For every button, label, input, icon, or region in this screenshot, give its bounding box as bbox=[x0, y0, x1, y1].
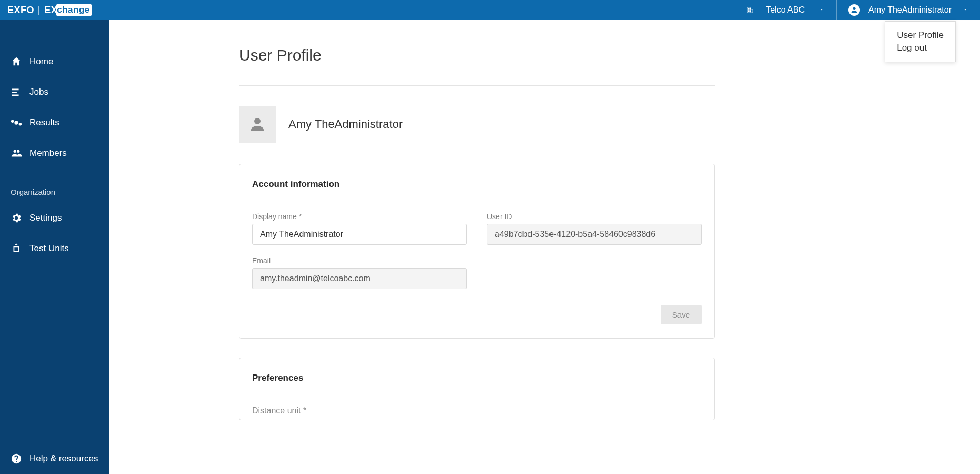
user-name: Amy TheAdministrator bbox=[868, 5, 952, 15]
dropdown-log-out[interactable]: Log out bbox=[897, 42, 944, 54]
preferences-card: Preferences Distance unit * bbox=[239, 358, 715, 420]
sidebar-item-test-units[interactable]: Test Units bbox=[0, 233, 109, 264]
main-content: User Profile Amy TheAdministrator Accoun… bbox=[109, 20, 980, 474]
sidebar-item-jobs[interactable]: Jobs bbox=[0, 77, 109, 107]
jobs-icon bbox=[11, 86, 22, 98]
sidebar-item-help[interactable]: Help & resources bbox=[0, 443, 109, 474]
display-name-input[interactable] bbox=[252, 224, 467, 245]
sidebar-section-organization: Organization bbox=[0, 169, 109, 203]
help-icon bbox=[11, 453, 22, 465]
org-name: Telco ABC bbox=[766, 5, 805, 15]
user-id-input bbox=[487, 224, 702, 245]
home-icon bbox=[11, 56, 22, 67]
sidebar-item-members[interactable]: Members bbox=[0, 138, 109, 169]
sidebar-item-label: Results bbox=[29, 117, 59, 128]
test-units-icon bbox=[11, 243, 22, 254]
logo-separator: | bbox=[37, 5, 40, 16]
page-title: User Profile bbox=[239, 46, 980, 64]
sidebar-item-settings[interactable]: Settings bbox=[0, 203, 109, 233]
person-icon bbox=[248, 115, 267, 134]
app-logo: EXFO | EX change bbox=[7, 4, 92, 16]
user-id-label: User ID bbox=[487, 212, 702, 221]
profile-display-name: Amy TheAdministrator bbox=[288, 117, 403, 131]
gear-icon bbox=[11, 212, 22, 224]
email-input bbox=[252, 268, 467, 289]
chevron-down-icon bbox=[818, 5, 825, 15]
divider bbox=[252, 197, 702, 197]
logo-text-exfo: EXFO bbox=[7, 5, 34, 16]
sidebar-item-results[interactable]: Results bbox=[0, 107, 109, 138]
divider bbox=[239, 85, 715, 86]
account-information-card: Account information Display name * User … bbox=[239, 164, 715, 339]
sidebar: Home Jobs Results Members Organization S… bbox=[0, 20, 109, 474]
user-menu[interactable]: Amy TheAdministrator bbox=[837, 0, 973, 20]
logo-text-ex: EX bbox=[44, 5, 57, 16]
sidebar-item-label: Settings bbox=[29, 213, 62, 223]
members-icon bbox=[11, 147, 22, 159]
building-icon bbox=[746, 6, 754, 14]
email-label: Email bbox=[252, 256, 467, 265]
sidebar-item-label: Test Units bbox=[29, 243, 69, 254]
chevron-down-icon bbox=[962, 5, 968, 15]
profile-avatar bbox=[239, 106, 276, 143]
sidebar-item-label: Home bbox=[29, 56, 53, 67]
sidebar-item-label: Members bbox=[29, 148, 67, 159]
dropdown-user-profile[interactable]: User Profile bbox=[897, 29, 944, 42]
sidebar-item-home[interactable]: Home bbox=[0, 46, 109, 77]
logo-badge: change bbox=[56, 4, 92, 16]
display-name-label: Display name * bbox=[252, 212, 467, 221]
avatar-icon bbox=[848, 4, 860, 16]
profile-header: Amy TheAdministrator bbox=[239, 106, 980, 143]
user-dropdown: User Profile Log out bbox=[885, 21, 956, 62]
distance-unit-label: Distance unit * bbox=[252, 406, 702, 416]
sidebar-item-label: Help & resources bbox=[29, 453, 98, 464]
header-right: Telco ABC Amy TheAdministrator bbox=[734, 0, 973, 20]
app-header: EXFO | EX change Telco ABC Amy TheAdmini… bbox=[0, 0, 980, 20]
results-icon bbox=[11, 117, 22, 129]
card-title: Account information bbox=[252, 179, 702, 190]
save-button[interactable]: Save bbox=[661, 305, 702, 324]
sidebar-item-label: Jobs bbox=[29, 87, 48, 97]
org-selector[interactable]: Telco ABC bbox=[734, 0, 837, 20]
card-title: Preferences bbox=[252, 373, 702, 383]
divider bbox=[252, 391, 702, 391]
